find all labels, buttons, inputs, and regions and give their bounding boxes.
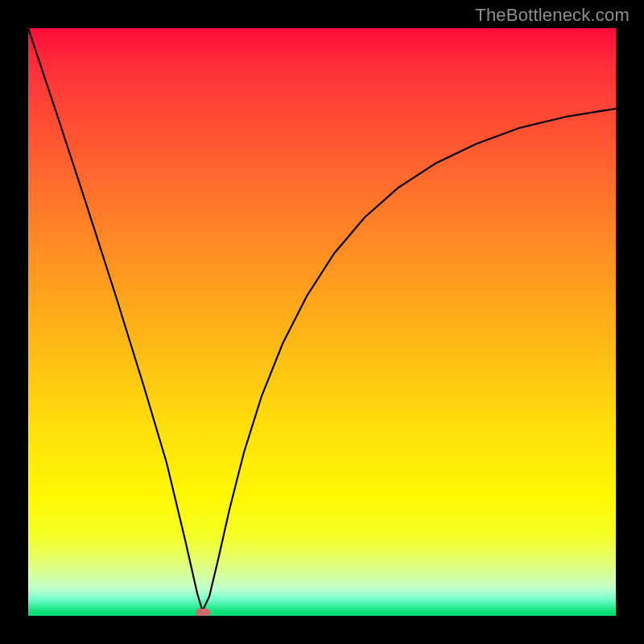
- plot-area: [28, 28, 616, 616]
- chart-frame: TheBottleneck.com: [0, 0, 644, 644]
- watermark-text: TheBottleneck.com: [475, 5, 630, 26]
- minimum-marker: [196, 609, 210, 616]
- bottleneck-curve: [28, 28, 616, 616]
